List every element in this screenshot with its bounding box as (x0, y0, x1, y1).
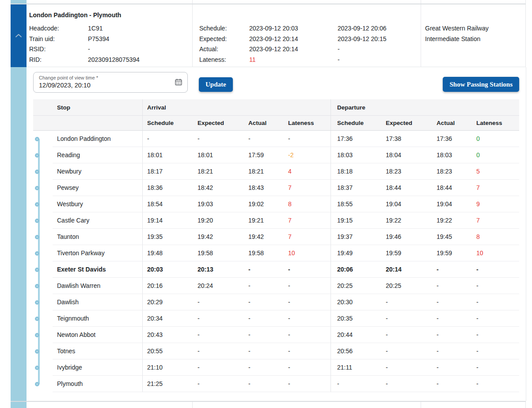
point-of-view-time-input[interactable] (39, 82, 163, 89)
next-card-fragment (0, 402, 532, 408)
departure-actual-cell: 17:36 (432, 131, 472, 147)
stop-timeline (33, 359, 53, 376)
departure-schedule-cell: 18:55 (331, 196, 381, 212)
departure-expected-cell: - (381, 310, 432, 327)
arrival-expected-cell: 20:13 (193, 261, 244, 278)
arrival-actual-cell: 19:58 (244, 245, 284, 261)
show-passing-stations-button[interactable]: Show Passing Stations (443, 77, 519, 92)
stop-row: Newbury 18:17 18:21 18:21 4 18:18 18:23 … (33, 163, 519, 180)
arrival-schedule-cell: 18:36 (142, 180, 193, 196)
divider (421, 402, 421, 408)
arrival-lateness-cell: - (284, 327, 331, 343)
arrival-schedule-cell: 20:16 (142, 278, 193, 294)
stop-name: Taunton (53, 229, 142, 245)
stop-name: Exeter St Davids (53, 261, 142, 278)
divider (192, 402, 193, 408)
arrival-actual-cell: - (244, 359, 284, 376)
stop-row: Taunton 19:35 19:42 19:42 7 19:37 19:46 … (33, 229, 519, 245)
timeline-dot-icon (35, 366, 39, 370)
departure-schedule-cell: 19:49 (331, 245, 381, 261)
headcode-label: Headcode: (29, 23, 88, 34)
stop-row: Tiverton Parkway 19:48 19:58 19:58 10 19… (33, 245, 519, 261)
arrival-actual-cell: - (244, 327, 284, 343)
rid-label: RID: (29, 55, 88, 65)
timeline-dot-icon (35, 235, 39, 239)
arrival-expected-cell: - (193, 343, 244, 359)
rid-value: 202309128075394 (88, 55, 185, 65)
departure-group-header: Departure (331, 99, 519, 116)
divider (192, 0, 193, 4)
arrival-actual-cell: 19:42 (244, 229, 284, 245)
arrival-lateness-cell: - (284, 359, 331, 376)
current-timing-section: Schedule: 2023-09-12 20:03 2023-09-12 20… (192, 4, 421, 67)
arrival-lateness-cell: 10 (284, 245, 331, 261)
train-uid-value: P75394 (88, 34, 185, 45)
departure-expected-cell: 20:14 (381, 261, 432, 278)
card-rail[interactable] (11, 67, 27, 401)
departure-lateness-cell: - (472, 294, 519, 310)
previous-card-fragment (0, 0, 532, 4)
departure-actual-cell: 18:23 (432, 163, 472, 180)
departure-actual-cell: 19:04 (432, 196, 472, 212)
stop-row: Dawlish Warren 20:16 20:24 - - 20:25 20:… (33, 278, 519, 294)
arrival-expected-cell: 19:03 (193, 196, 244, 212)
lateness-label: Lateness: (199, 55, 249, 65)
stop-timeline (33, 245, 53, 261)
departure-actual-cell: 18:03 (432, 147, 472, 163)
left-margin (0, 0, 11, 4)
departure-expected-cell: - (381, 376, 432, 392)
arrival-lateness-cell: - (284, 294, 331, 310)
stop-timeline (33, 278, 53, 294)
schedule-label: Schedule: (199, 23, 249, 34)
stop-name: Castle Cary (53, 212, 142, 229)
operator-name: Great Western Railway (425, 23, 525, 34)
arrival-schedule-cell: 19:35 (142, 229, 193, 245)
departure-actual-cell: - (432, 294, 472, 310)
departure-actual-cell: - (432, 343, 472, 359)
departure-expected-cell: - (381, 327, 432, 343)
departure-expected-cell: 19:04 (381, 196, 432, 212)
arrival-lateness-cell: 7 (284, 180, 331, 196)
next-card-expander[interactable] (11, 402, 27, 408)
stop-name: Teignmouth (53, 310, 142, 327)
previous-card-expander[interactable] (11, 0, 27, 4)
arrival-expected-cell: 18:42 (193, 180, 244, 196)
calendar-picker-button[interactable] (174, 78, 183, 87)
stop-name: Totnes (53, 343, 142, 359)
timeline-dot-icon (35, 202, 39, 207)
stop-timeline (33, 212, 53, 229)
timeline-dot-icon (35, 219, 39, 223)
stop-row: Totnes 20:55 - - - 20:56 - - - (33, 343, 519, 359)
stop-group-header: Stop (33, 99, 142, 116)
station-type: Intermediate Station (425, 34, 525, 45)
arrival-expected-cell: 18:21 (193, 163, 244, 180)
departure-actual-cell: - (432, 376, 472, 392)
arrival-lateness-cell: - (284, 343, 331, 359)
expected-departure: 2023-09-12 20:15 (338, 34, 421, 45)
stop-row: Teignmouth 20:34 - - - 20:35 - - - (33, 310, 519, 327)
arrival-lateness-cell: 4 (284, 163, 331, 180)
departure-lateness-cell: - (472, 261, 519, 278)
update-button[interactable]: Update (199, 77, 233, 92)
departure-expected-header: Expected (381, 116, 432, 131)
departure-expected-cell: - (381, 343, 432, 359)
table-group-header: Stop Arrival Departure (33, 99, 519, 116)
departure-schedule-cell: 21:11 (331, 359, 381, 376)
arrival-group-header: Arrival (142, 99, 331, 116)
stop-row: Castle Cary 19:14 19:20 19:21 7 19:15 19… (33, 212, 519, 229)
arrival-schedule-cell: 21:25 (142, 376, 193, 392)
arrival-actual-cell: 17:59 (244, 147, 284, 163)
stop-name: Reading (53, 147, 142, 163)
arrival-actual-cell: - (244, 294, 284, 310)
divider (421, 0, 421, 4)
stop-row: Ivybridge 21:10 - - - 21:11 - - - (33, 359, 519, 376)
timeline-dot-icon (35, 137, 39, 141)
collapse-expander[interactable] (11, 4, 27, 67)
departure-schedule-cell: 18:18 (331, 163, 381, 180)
departure-schedule-cell: 20:25 (331, 278, 381, 294)
stop-timeline (33, 294, 53, 310)
timeline-dot-icon (35, 349, 39, 354)
departure-lateness-header: Lateness (472, 116, 519, 131)
point-of-view-time-field[interactable]: Change point of view time * (33, 72, 188, 93)
arrival-actual-cell: - (244, 343, 284, 359)
